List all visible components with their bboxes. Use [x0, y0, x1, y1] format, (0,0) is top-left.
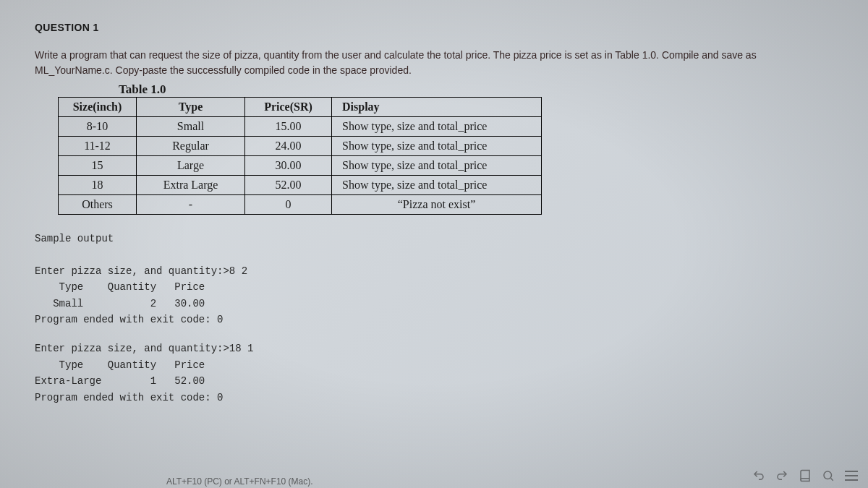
th-type: Type	[137, 98, 245, 117]
sample-header: Type Quantity Price	[35, 279, 833, 295]
cell-display: Show type, size and total_price	[332, 137, 542, 156]
table-caption: Table 1.0	[119, 82, 833, 97]
table-row: 15 Large 30.00 Show type, size and total…	[59, 156, 542, 176]
sample-header: Type Quantity Price	[35, 357, 833, 373]
cell-display: Show type, size and total_price	[332, 117, 542, 137]
sample-row: Extra-Large 1 52.00	[35, 373, 833, 389]
cell-price: 24.00	[245, 137, 332, 156]
sample-output-label: Sample output	[35, 231, 833, 247]
th-price: Price(SR)	[245, 98, 332, 117]
cell-size: Others	[59, 195, 137, 215]
toolbar-icons	[752, 469, 858, 482]
undo-icon[interactable]	[752, 469, 765, 482]
sample-exit: Program ended with exit code: 0	[35, 390, 833, 406]
th-display: Display	[332, 98, 542, 117]
cell-type: Regular	[137, 137, 245, 156]
sample-prompt: Enter pizza size, and quantity:>18 1	[35, 341, 833, 356]
cell-type: -	[137, 195, 245, 215]
sample-exit: Program ended with exit code: 0	[35, 312, 833, 328]
cell-display: Show type, size and total_price	[332, 156, 542, 176]
cell-size: 8-10	[59, 117, 137, 137]
cell-type: Extra Large	[137, 176, 245, 195]
sample-row: Small 2 30.00	[35, 296, 833, 312]
cell-type: Small	[137, 117, 245, 137]
table-row: 8-10 Small 15.00 Show type, size and tot…	[59, 117, 542, 137]
th-size: Size(inch)	[59, 98, 137, 117]
cell-size: 15	[59, 156, 137, 176]
cell-type: Large	[137, 156, 245, 176]
cell-price: 30.00	[245, 156, 332, 176]
table-row: Others - 0 “Pizza not exist”	[59, 195, 542, 215]
sample-run: Enter pizza size, and quantity:>8 2 Type…	[35, 263, 833, 328]
menu-icon[interactable]	[845, 471, 858, 481]
cell-price: 0	[245, 195, 332, 215]
cell-size: 11-12	[59, 137, 137, 156]
cell-price: 52.00	[245, 176, 332, 195]
sample-run: Enter pizza size, and quantity:>18 1 Typ…	[35, 341, 833, 406]
pizza-table: Size(inch) Type Price(SR) Display 8-10 S…	[58, 97, 542, 215]
redo-icon[interactable]	[775, 469, 788, 482]
cell-size: 18	[59, 176, 137, 195]
cell-display: “Pizza not exist”	[332, 195, 542, 215]
cell-display: Show type, size and total_price	[332, 176, 542, 195]
instruction-text: Write a program that can request the siz…	[35, 48, 833, 78]
book-icon[interactable]	[799, 469, 812, 482]
table-row: 11-12 Regular 24.00 Show type, size and …	[59, 137, 542, 156]
svg-point-0	[824, 471, 832, 479]
keyboard-hint: ALT+F10 (PC) or ALT+FN+F10 (Mac).	[166, 476, 313, 487]
search-icon[interactable]	[822, 469, 835, 482]
sample-prompt: Enter pizza size, and quantity:>8 2	[35, 263, 833, 279]
table-row: 18 Extra Large 52.00 Show type, size and…	[59, 176, 542, 195]
cell-price: 15.00	[245, 117, 332, 137]
table-header-row: Size(inch) Type Price(SR) Display	[59, 98, 542, 117]
question-title: QUESTION 1	[35, 22, 833, 33]
